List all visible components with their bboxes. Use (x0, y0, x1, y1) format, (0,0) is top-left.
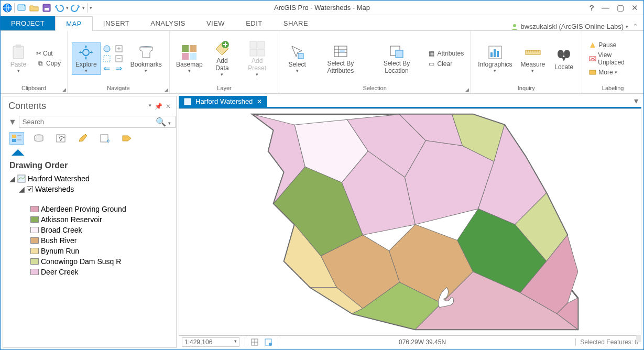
legend-swatch (30, 216, 39, 223)
toc-tab-snapping[interactable] (97, 132, 112, 145)
toc-tab-source[interactable] (31, 132, 46, 145)
cut-button[interactable]: ✂Cut (34, 49, 63, 58)
tab-view[interactable]: VIEW (196, 16, 235, 30)
layer-checkbox[interactable]: ✔ (27, 186, 33, 192)
pause-button[interactable]: Pause (586, 40, 639, 50)
help-button[interactable]: ? (590, 3, 594, 13)
next-extent-icon[interactable]: ⇒ (115, 64, 123, 73)
pin-icon[interactable]: 📌 (155, 103, 162, 110)
status-tool1-icon[interactable] (250, 338, 259, 346)
bookmarks-button[interactable]: Bookmarks▾ (127, 43, 165, 74)
more-button[interactable]: More ▾ (586, 68, 639, 77)
scale-combo[interactable]: 1:429,106▾ (182, 337, 239, 347)
user-account[interactable]: bwszukalski (ArcGIS Online Labs) ▾ ⌃ (511, 23, 643, 30)
map-canvas[interactable] (179, 108, 641, 335)
select-icon (289, 44, 305, 61)
add-preset-button[interactable]: Add Preset▾ (239, 39, 275, 78)
add-data-button[interactable]: Add Data▾ (207, 39, 237, 78)
svg-rect-28 (340, 50, 345, 52)
tab-map[interactable]: MAP (55, 16, 93, 31)
more-icon (588, 68, 597, 76)
selection-launcher-icon[interactable]: ◢ (465, 87, 469, 92)
pause-icon (588, 41, 597, 49)
toc-tab-drawing-order[interactable] (9, 132, 24, 145)
svg-rect-32 (490, 52, 493, 57)
select-by-location-button[interactable]: Select By Location (370, 42, 423, 75)
group-label: Layer (217, 85, 232, 92)
clipboard-launcher-icon[interactable]: ◢ (62, 87, 66, 92)
legend-item[interactable]: Aberdeen Proving Ground (30, 204, 170, 214)
svg-rect-23 (258, 41, 265, 48)
legend-label: Conowingo Dam Susq R (41, 257, 121, 266)
fixed-zoom-in-icon[interactable] (115, 45, 123, 53)
legend-item[interactable]: Deer Creek (30, 267, 170, 277)
prev-extent-icon[interactable]: ⇐ (103, 64, 111, 73)
fixed-zoom-out-icon[interactable] (115, 54, 123, 63)
attributes-button[interactable]: ▦Attributes (425, 49, 466, 58)
qat-undo-button[interactable] (53, 2, 65, 14)
legend-swatch (30, 237, 39, 244)
legend-item[interactable]: Bynum Run (30, 246, 170, 256)
qat-open-icon[interactable] (28, 2, 40, 14)
view-unplaced-button[interactable]: View Unplaced (586, 51, 639, 67)
status-tool2-icon[interactable] (264, 338, 272, 346)
legend-label: Atkisson Reservoir (41, 215, 102, 224)
infographics-button[interactable]: Infographics▾ (475, 43, 515, 74)
svg-point-36 (558, 50, 564, 58)
tab-edit[interactable]: EDIT (235, 16, 273, 30)
view-menu-icon[interactable]: ▾ (631, 95, 641, 107)
qat-customize-icon[interactable]: ▾ (90, 5, 92, 10)
maximize-button[interactable]: ▢ (617, 3, 624, 13)
close-button[interactable]: ✕ (631, 3, 638, 13)
map-node[interactable]: ◢ Harford Watershed (9, 173, 170, 184)
search-icon[interactable]: 🔍 ▾ (156, 117, 171, 127)
ribbon: Paste▾ ✂Cut ⧉Copy Clipboard ◢ Explore▾ ⇐… (1, 31, 643, 94)
group-label: Clipboard (21, 85, 46, 92)
svg-point-37 (564, 50, 570, 58)
qat-redo-button[interactable] (70, 2, 81, 14)
legend-item[interactable]: Broad Creek (30, 225, 170, 235)
basemap-button[interactable]: Basemap▾ (174, 43, 205, 74)
svg-marker-9 (85, 58, 87, 60)
measure-button[interactable]: Measure▾ (518, 43, 549, 74)
toc-tab-selection[interactable] (53, 132, 68, 145)
filter-icon[interactable]: ▼ (8, 117, 17, 127)
tab-project[interactable]: PROJECT (1, 16, 55, 30)
group-inquiry: Infographics▾ Measure▾ Locate Inquiry (471, 31, 582, 93)
collapse-ribbon-icon[interactable]: ⌃ (632, 23, 638, 30)
close-view-icon[interactable]: ✕ (257, 98, 262, 105)
pane-options-icon[interactable]: ▾ (149, 103, 151, 110)
redo-dropdown-icon[interactable]: ▾ (82, 5, 85, 10)
undo-dropdown-icon[interactable]: ▾ (66, 5, 69, 10)
qat-save-icon[interactable] (41, 2, 52, 14)
clear-button[interactable]: ▭Clear (425, 59, 466, 69)
legend-item[interactable]: Bush River (30, 235, 170, 246)
layer-node[interactable]: ◢ ✔ Watersheds (9, 184, 170, 194)
tab-analysis[interactable]: ANALYSIS (140, 16, 196, 30)
legend-item[interactable]: Conowingo Dam Susq R (30, 256, 170, 267)
tab-insert[interactable]: INSERT (93, 16, 140, 30)
navigate-launcher-icon[interactable]: ◢ (165, 87, 168, 92)
locate-button[interactable]: Locate (550, 46, 577, 72)
copy-button[interactable]: ⧉Copy (34, 59, 63, 68)
toc-tab-edit[interactable] (75, 132, 90, 145)
qat-new-icon[interactable] (16, 2, 27, 14)
toc-tab-label[interactable] (119, 132, 134, 145)
qat-globe-icon[interactable] (2, 2, 13, 14)
paste-button[interactable]: Paste▾ (5, 43, 32, 74)
minimize-button[interactable]: — (602, 3, 609, 13)
explore-button[interactable]: Explore▾ (72, 42, 101, 75)
legend-item[interactable]: Atkisson Reservoir (30, 214, 170, 225)
full-extent-icon[interactable] (103, 45, 111, 53)
svg-rect-6 (16, 45, 21, 48)
tab-share[interactable]: SHARE (273, 16, 319, 30)
view-tabs: Harford Watershed ✕ ▾ (179, 96, 641, 108)
select-by-loc-icon (388, 43, 405, 60)
close-pane-icon[interactable]: ✕ (166, 103, 171, 110)
search-input[interactable] (19, 116, 176, 128)
svg-rect-16 (182, 45, 189, 52)
view-tab-active[interactable]: Harford Watershed ✕ (179, 96, 267, 107)
select-by-attributes-button[interactable]: Select By Attributes (313, 42, 368, 75)
zoom-sel-icon[interactable] (103, 54, 111, 63)
select-button[interactable]: Select▾ (283, 43, 311, 74)
